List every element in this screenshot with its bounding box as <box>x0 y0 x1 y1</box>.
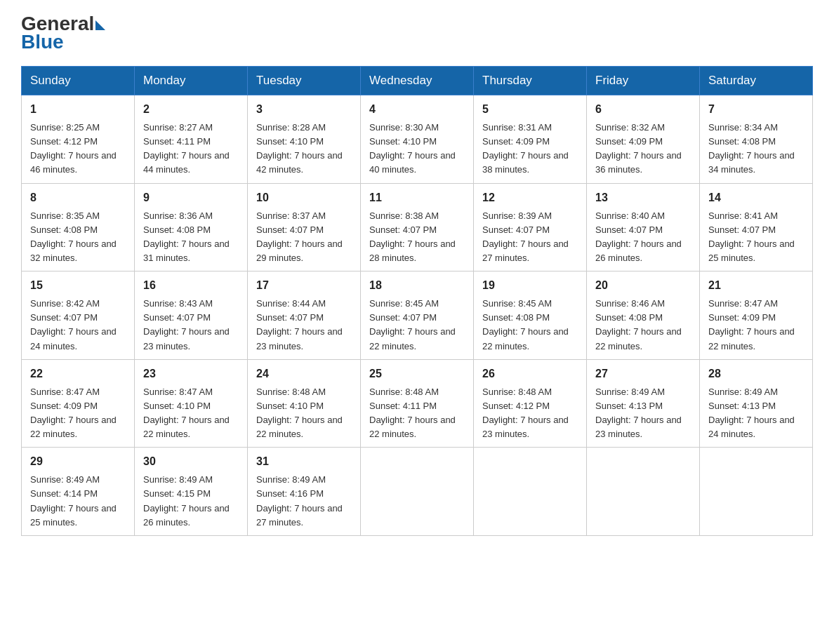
day-number: 16 <box>143 277 239 294</box>
weekday-header-thursday: Thursday <box>474 67 587 95</box>
day-number: 7 <box>708 101 804 118</box>
calendar-day-cell: 12Sunrise: 8:39 AMSunset: 4:07 PMDayligh… <box>474 183 587 271</box>
day-number: 4 <box>369 101 465 118</box>
day-info: Sunrise: 8:45 AMSunset: 4:08 PMDaylight:… <box>482 297 578 354</box>
day-number: 24 <box>256 365 352 382</box>
calendar-day-cell: 1Sunrise: 8:25 AMSunset: 4:12 PMDaylight… <box>22 95 135 184</box>
day-number: 10 <box>256 189 352 206</box>
day-info: Sunrise: 8:39 AMSunset: 4:07 PMDaylight:… <box>482 209 578 266</box>
logo-arrow-icon <box>95 20 105 30</box>
day-number: 12 <box>482 189 578 206</box>
calendar-day-cell: 14Sunrise: 8:41 AMSunset: 4:07 PMDayligh… <box>700 183 813 271</box>
calendar-day-cell: 26Sunrise: 8:48 AMSunset: 4:12 PMDayligh… <box>474 359 587 448</box>
day-info: Sunrise: 8:40 AMSunset: 4:07 PMDaylight:… <box>595 209 691 266</box>
logo: General Blue <box>21 14 105 52</box>
day-info: Sunrise: 8:47 AMSunset: 4:09 PMDaylight:… <box>30 385 126 442</box>
day-info: Sunrise: 8:36 AMSunset: 4:08 PMDaylight:… <box>143 209 239 266</box>
day-number: 19 <box>482 277 578 294</box>
day-info: Sunrise: 8:49 AMSunset: 4:14 PMDaylight:… <box>30 473 126 530</box>
calendar-day-cell: 4Sunrise: 8:30 AMSunset: 4:10 PMDaylight… <box>361 95 474 184</box>
calendar-day-cell: 27Sunrise: 8:49 AMSunset: 4:13 PMDayligh… <box>587 359 700 448</box>
day-info: Sunrise: 8:31 AMSunset: 4:09 PMDaylight:… <box>482 121 578 177</box>
day-info: Sunrise: 8:46 AMSunset: 4:08 PMDaylight:… <box>595 297 691 354</box>
day-number: 30 <box>143 453 239 470</box>
calendar-day-cell: 9Sunrise: 8:36 AMSunset: 4:08 PMDaylight… <box>135 183 248 271</box>
calendar-day-cell: 7Sunrise: 8:34 AMSunset: 4:08 PMDaylight… <box>700 95 813 184</box>
day-info: Sunrise: 8:35 AMSunset: 4:08 PMDaylight:… <box>30 209 126 266</box>
calendar-day-cell: 22Sunrise: 8:47 AMSunset: 4:09 PMDayligh… <box>22 359 135 448</box>
logo-blue-text: Blue <box>21 32 105 52</box>
day-info: Sunrise: 8:41 AMSunset: 4:07 PMDaylight:… <box>708 209 804 266</box>
day-info: Sunrise: 8:37 AMSunset: 4:07 PMDaylight:… <box>256 209 352 266</box>
calendar-day-cell: 3Sunrise: 8:28 AMSunset: 4:10 PMDaylight… <box>248 95 361 184</box>
day-info: Sunrise: 8:34 AMSunset: 4:08 PMDaylight:… <box>708 121 804 177</box>
calendar-week-row: 8Sunrise: 8:35 AMSunset: 4:08 PMDaylight… <box>22 183 813 271</box>
weekday-header-friday: Friday <box>587 67 700 95</box>
calendar-day-cell: 11Sunrise: 8:38 AMSunset: 4:07 PMDayligh… <box>361 183 474 271</box>
calendar-day-cell: 6Sunrise: 8:32 AMSunset: 4:09 PMDaylight… <box>587 95 700 184</box>
calendar-day-cell: 21Sunrise: 8:47 AMSunset: 4:09 PMDayligh… <box>700 271 813 360</box>
calendar-day-cell <box>474 448 587 536</box>
day-info: Sunrise: 8:30 AMSunset: 4:10 PMDaylight:… <box>369 121 465 177</box>
day-info: Sunrise: 8:48 AMSunset: 4:12 PMDaylight:… <box>482 385 578 442</box>
calendar-week-row: 1Sunrise: 8:25 AMSunset: 4:12 PMDaylight… <box>22 95 813 184</box>
day-info: Sunrise: 8:44 AMSunset: 4:07 PMDaylight:… <box>256 297 352 354</box>
calendar-day-cell: 31Sunrise: 8:49 AMSunset: 4:16 PMDayligh… <box>248 448 361 536</box>
calendar-day-cell: 29Sunrise: 8:49 AMSunset: 4:14 PMDayligh… <box>22 448 135 536</box>
calendar-day-cell <box>587 448 700 536</box>
day-info: Sunrise: 8:49 AMSunset: 4:16 PMDaylight:… <box>256 473 352 530</box>
day-info: Sunrise: 8:49 AMSunset: 4:13 PMDaylight:… <box>595 385 691 442</box>
calendar-day-cell: 18Sunrise: 8:45 AMSunset: 4:07 PMDayligh… <box>361 271 474 360</box>
calendar-week-row: 29Sunrise: 8:49 AMSunset: 4:14 PMDayligh… <box>22 448 813 536</box>
calendar-day-cell: 16Sunrise: 8:43 AMSunset: 4:07 PMDayligh… <box>135 271 248 360</box>
day-number: 21 <box>708 277 804 294</box>
calendar-day-cell: 8Sunrise: 8:35 AMSunset: 4:08 PMDaylight… <box>22 183 135 271</box>
day-number: 1 <box>30 101 126 118</box>
day-number: 27 <box>595 365 691 382</box>
weekday-header-sunday: Sunday <box>22 67 135 95</box>
day-info: Sunrise: 8:48 AMSunset: 4:10 PMDaylight:… <box>256 385 352 442</box>
calendar-day-cell: 10Sunrise: 8:37 AMSunset: 4:07 PMDayligh… <box>248 183 361 271</box>
weekday-header-saturday: Saturday <box>700 67 813 95</box>
calendar-week-row: 15Sunrise: 8:42 AMSunset: 4:07 PMDayligh… <box>22 271 813 360</box>
calendar-day-cell: 24Sunrise: 8:48 AMSunset: 4:10 PMDayligh… <box>248 359 361 448</box>
day-number: 20 <box>595 277 691 294</box>
day-number: 23 <box>143 365 239 382</box>
weekday-header-row: SundayMondayTuesdayWednesdayThursdayFrid… <box>22 67 813 95</box>
day-number: 15 <box>30 277 126 294</box>
day-info: Sunrise: 8:48 AMSunset: 4:11 PMDaylight:… <box>369 385 465 442</box>
calendar-day-cell: 17Sunrise: 8:44 AMSunset: 4:07 PMDayligh… <box>248 271 361 360</box>
calendar-day-cell: 15Sunrise: 8:42 AMSunset: 4:07 PMDayligh… <box>22 271 135 360</box>
calendar-table: SundayMondayTuesdayWednesdayThursdayFrid… <box>21 66 813 536</box>
day-number: 2 <box>143 101 239 118</box>
weekday-header-wednesday: Wednesday <box>361 67 474 95</box>
calendar-day-cell <box>361 448 474 536</box>
day-info: Sunrise: 8:27 AMSunset: 4:11 PMDaylight:… <box>143 121 239 177</box>
calendar-day-cell: 28Sunrise: 8:49 AMSunset: 4:13 PMDayligh… <box>700 359 813 448</box>
day-info: Sunrise: 8:49 AMSunset: 4:13 PMDaylight:… <box>708 385 804 442</box>
day-number: 3 <box>256 101 352 118</box>
day-number: 9 <box>143 189 239 206</box>
day-info: Sunrise: 8:49 AMSunset: 4:15 PMDaylight:… <box>143 473 239 530</box>
page-header: General Blue <box>21 14 813 52</box>
day-info: Sunrise: 8:47 AMSunset: 4:09 PMDaylight:… <box>708 297 804 354</box>
day-number: 29 <box>30 453 126 470</box>
day-number: 28 <box>708 365 804 382</box>
day-number: 18 <box>369 277 465 294</box>
day-number: 8 <box>30 189 126 206</box>
day-info: Sunrise: 8:25 AMSunset: 4:12 PMDaylight:… <box>30 121 126 177</box>
calendar-day-cell: 30Sunrise: 8:49 AMSunset: 4:15 PMDayligh… <box>135 448 248 536</box>
day-info: Sunrise: 8:42 AMSunset: 4:07 PMDaylight:… <box>30 297 126 354</box>
calendar-day-cell: 2Sunrise: 8:27 AMSunset: 4:11 PMDaylight… <box>135 95 248 184</box>
calendar-day-cell: 25Sunrise: 8:48 AMSunset: 4:11 PMDayligh… <box>361 359 474 448</box>
day-info: Sunrise: 8:28 AMSunset: 4:10 PMDaylight:… <box>256 121 352 177</box>
day-number: 13 <box>595 189 691 206</box>
day-number: 31 <box>256 453 352 470</box>
weekday-header-monday: Monday <box>135 67 248 95</box>
calendar-day-cell: 19Sunrise: 8:45 AMSunset: 4:08 PMDayligh… <box>474 271 587 360</box>
day-info: Sunrise: 8:32 AMSunset: 4:09 PMDaylight:… <box>595 121 691 177</box>
day-number: 26 <box>482 365 578 382</box>
calendar-day-cell: 13Sunrise: 8:40 AMSunset: 4:07 PMDayligh… <box>587 183 700 271</box>
day-number: 6 <box>595 101 691 118</box>
day-info: Sunrise: 8:38 AMSunset: 4:07 PMDaylight:… <box>369 209 465 266</box>
